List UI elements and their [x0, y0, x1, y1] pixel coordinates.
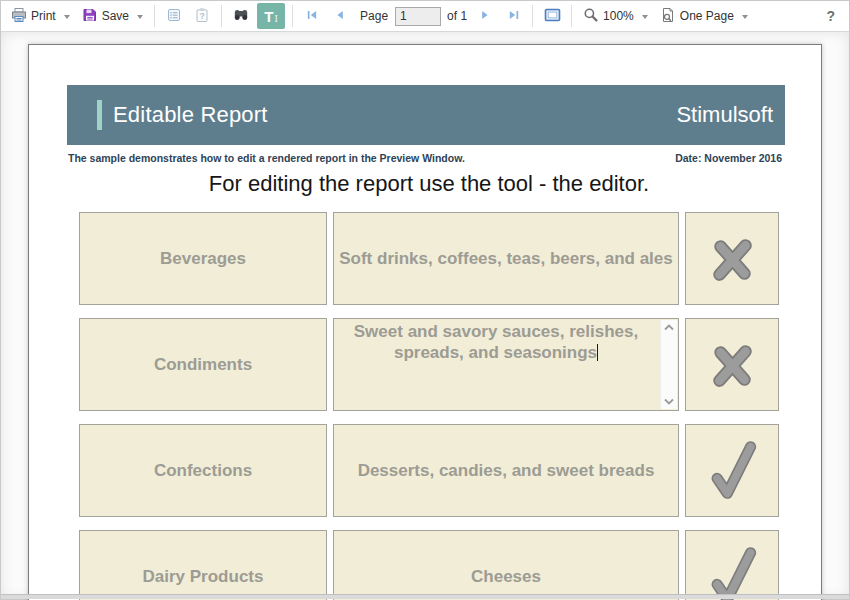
separator — [571, 5, 572, 27]
report-header-band: Editable Report Stimulsoft — [67, 85, 785, 145]
accent-bar — [97, 100, 102, 130]
chevron-down-icon — [642, 15, 648, 19]
scroll-down-icon — [664, 398, 674, 405]
category-cell[interactable]: Confections — [79, 424, 327, 517]
magnifier-icon — [583, 7, 599, 26]
find-button[interactable] — [228, 3, 254, 29]
report-table: Beverages Soft drinks, coffees, teas, be… — [79, 212, 779, 600]
scrollbar[interactable] — [660, 320, 677, 409]
binoculars-icon — [233, 7, 249, 26]
print-label: Print — [31, 9, 56, 23]
category-cell[interactable]: Beverages — [79, 212, 327, 305]
cross-icon — [707, 340, 757, 390]
zoom-value: 100% — [603, 9, 634, 23]
next-page-icon — [479, 9, 491, 24]
report-viewer-window: Print Save — [0, 0, 850, 600]
category-cell[interactable]: Condiments — [79, 318, 327, 411]
help-button[interactable]: ? — [826, 8, 835, 24]
editor-button[interactable]: TI — [257, 3, 285, 29]
chevron-down-icon — [137, 15, 143, 19]
cross-icon — [707, 234, 757, 284]
table-row: Dairy Products Cheeses — [79, 530, 779, 600]
report-subtitle: The sample demonstrates how to edit a re… — [68, 152, 465, 164]
zoom-button[interactable]: 100% — [577, 3, 654, 29]
description-cell[interactable]: Soft drinks, coffees, teas, beers, and a… — [333, 212, 679, 305]
status-cell[interactable] — [685, 530, 779, 600]
table-row: Beverages Soft drinks, coffees, teas, be… — [79, 212, 779, 305]
last-page-button[interactable] — [500, 3, 526, 29]
brand-label: Stimulsoft — [676, 102, 773, 128]
description-cell-editing[interactable]: Sweet and savory sauces, relishes, sprea… — [333, 318, 679, 411]
parameters-button[interactable]: ? — [189, 3, 215, 29]
print-button[interactable]: Print — [5, 3, 76, 29]
save-icon — [82, 7, 98, 26]
table-row: Confections Desserts, candies, and sweet… — [79, 424, 779, 517]
page-of-label: of 1 — [447, 9, 467, 23]
separator — [221, 5, 222, 27]
category-cell[interactable]: Dairy Products — [79, 530, 327, 600]
toolbar: Print Save — [1, 1, 849, 32]
view-mode-value: One Page — [680, 9, 734, 23]
separator — [292, 5, 293, 27]
page-number-input[interactable] — [395, 7, 441, 26]
bookmarks-icon — [166, 7, 182, 26]
full-screen-icon — [544, 7, 561, 26]
svg-text:?: ? — [199, 10, 204, 20]
separator — [532, 5, 533, 27]
report-page: Editable Report Stimulsoft The sample de… — [28, 44, 822, 600]
preview-area: Editable Report Stimulsoft The sample de… — [1, 32, 849, 599]
check-icon — [706, 439, 758, 503]
first-page-button[interactable] — [299, 3, 325, 29]
description-text: Sweet and savory sauces, relishes, sprea… — [354, 322, 638, 362]
text-edit-icon: T — [264, 9, 273, 24]
report-date: Date: November 2016 — [675, 152, 782, 164]
check-icon — [706, 545, 758, 600]
description-cell[interactable]: Desserts, candies, and sweet breads — [333, 424, 679, 517]
save-button[interactable]: Save — [76, 3, 149, 29]
bookmarks-button[interactable] — [161, 3, 187, 29]
status-cell[interactable] — [685, 424, 779, 517]
text-cursor — [597, 344, 598, 361]
description-text: Cheeses — [471, 567, 541, 586]
chevron-down-icon — [64, 15, 70, 19]
page-label: Page — [360, 9, 388, 23]
scroll-up-icon — [664, 324, 674, 331]
description-text: Soft drinks, coffees, teas, beers, and a… — [339, 249, 673, 268]
description-text: Desserts, candies, and sweet breads — [358, 461, 655, 480]
report-title: Editable Report — [113, 102, 268, 128]
save-label: Save — [102, 9, 129, 23]
separator — [154, 5, 155, 27]
page-view-icon — [660, 7, 676, 26]
ibeam-icon: I — [274, 14, 277, 24]
view-mode-button[interactable]: One Page — [654, 3, 754, 29]
status-cell[interactable] — [685, 212, 779, 305]
status-cell[interactable] — [685, 318, 779, 411]
parameters-icon: ? — [194, 7, 210, 26]
description-cell[interactable]: Cheeses — [333, 530, 679, 600]
next-page-button[interactable] — [472, 3, 498, 29]
horizontal-scrollbar-track[interactable] — [1, 594, 849, 599]
report-instruction: For editing the report use the tool - th… — [79, 171, 779, 197]
table-row: Condiments Sweet and savory sauces, reli… — [79, 318, 779, 411]
full-screen-button[interactable] — [539, 3, 565, 29]
first-page-icon — [306, 9, 319, 24]
printer-icon — [11, 7, 27, 26]
prev-page-icon — [334, 9, 346, 24]
report-subline: The sample demonstrates how to edit a re… — [68, 152, 782, 164]
last-page-icon — [507, 9, 520, 24]
chevron-down-icon — [742, 15, 748, 19]
prev-page-button[interactable] — [327, 3, 353, 29]
